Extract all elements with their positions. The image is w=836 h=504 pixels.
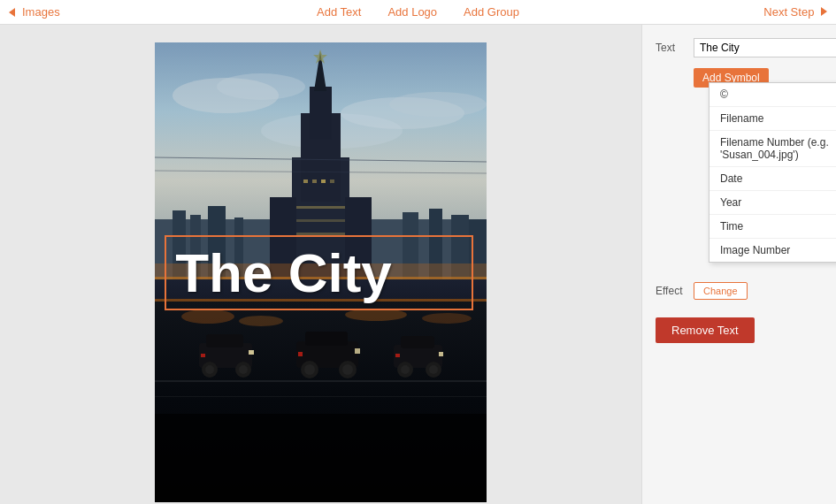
svg-rect-28 [330,179,334,183]
svg-rect-22 [296,206,345,209]
effect-label: Effect [656,285,686,297]
svg-rect-27 [321,179,326,183]
dropdown-item-filename[interactable]: Filename [709,107,836,131]
add-logo-button[interactable]: Add Logo [387,5,437,19]
back-label: Images [22,5,60,19]
right-panel: Text Add Symbol © Filename Filename Numb… [641,25,836,504]
overlay-text: The City [175,241,392,304]
dropdown-item-date[interactable]: Date [709,167,836,191]
svg-rect-26 [312,179,317,183]
dropdown-item-year[interactable]: Year [709,191,836,215]
next-step-button[interactable]: Next Step [763,5,827,19]
text-input[interactable] [694,38,836,57]
svg-rect-23 [296,219,345,222]
svg-rect-59 [201,354,205,357]
chevron-right-icon [821,7,827,16]
svg-point-43 [239,365,248,374]
nav-center: Add Text Add Logo Add Group [317,5,519,19]
dropdown-item-time[interactable]: Time [709,215,836,239]
add-group-button[interactable]: Add Group [464,5,519,19]
svg-rect-58 [439,352,443,356]
dropdown-item-filename-number[interactable]: Filename Number (e.g. 'Susan_004.jpg') [709,131,836,167]
svg-point-4 [389,92,487,117]
svg-point-37 [422,313,472,324]
svg-rect-51 [355,348,360,354]
svg-rect-60 [298,352,303,356]
main-content: The City Text Add Symbol © Filename File… [0,25,836,504]
svg-point-57 [429,365,438,374]
symbol-dropdown: © Filename Filename Number (e.g. 'Susan_… [709,82,836,263]
chevron-left-icon [9,8,15,17]
image-area: The City [0,25,641,504]
svg-rect-53 [401,336,434,348]
svg-point-41 [205,365,214,374]
svg-rect-63 [155,396,487,397]
back-button[interactable]: Images [9,5,60,19]
add-text-button[interactable]: Add Text [317,5,361,19]
svg-point-2 [217,73,305,100]
top-navigation: Images Add Text Add Logo Add Group Next … [0,0,836,25]
svg-rect-61 [395,354,400,357]
svg-rect-62 [155,380,487,382]
svg-point-34 [181,309,234,324]
svg-point-55 [401,365,410,374]
svg-point-35 [239,316,283,326]
svg-point-48 [304,364,315,375]
svg-rect-64 [155,414,487,502]
next-step-label: Next Step [763,5,814,19]
change-button[interactable]: Change [694,282,748,300]
dropdown-item-image-number[interactable]: Image Number [709,239,836,262]
remove-text-button[interactable]: Remove Text [656,317,755,343]
image-container: The City [155,42,487,502]
svg-rect-25 [303,179,308,183]
text-field-label: Text [656,42,686,54]
svg-rect-44 [249,350,254,355]
effect-row: Effect Change [656,282,823,300]
svg-rect-39 [206,334,243,347]
svg-rect-46 [305,332,348,346]
image-text-overlay: The City [165,235,473,310]
svg-rect-19 [310,87,332,140]
text-field-row: Text [656,38,823,57]
dropdown-item-copyright[interactable]: © [709,83,836,107]
svg-point-50 [342,364,353,375]
